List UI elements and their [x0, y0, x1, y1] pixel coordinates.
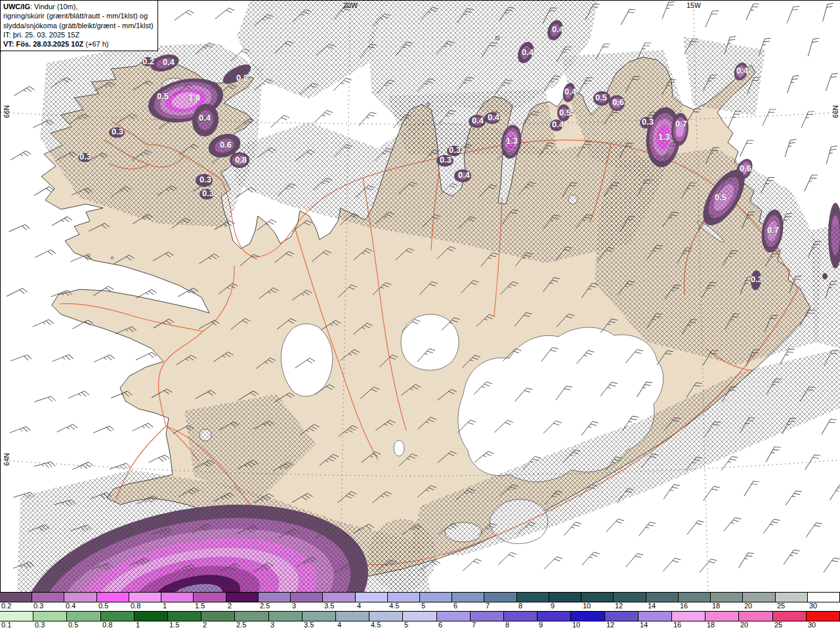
- scale-tick-label: 20: [744, 602, 752, 610]
- scale-cell: [64, 593, 97, 602]
- graticule-label: 15W: [682, 1, 705, 9]
- scale-cell: [679, 593, 711, 602]
- scale-tick-label: 8: [505, 621, 509, 629]
- scale-cell: [484, 593, 517, 602]
- precipitation-max-label: 0.2: [236, 73, 248, 83]
- precipitation-max-label: 0.4: [552, 119, 564, 129]
- graticule-label: 64N: [3, 448, 10, 471]
- precipitation-max-label: 0.6: [612, 97, 624, 107]
- scale-tick-label: 4.5: [371, 621, 381, 629]
- scale-tick-label: 4: [357, 602, 361, 610]
- scale-tick-label: 9: [539, 621, 543, 629]
- precipitation-max-label: 1.3: [658, 132, 670, 142]
- precipitation-max-label: 0.7: [767, 225, 779, 235]
- precipitation-max-label: 0.4: [736, 66, 749, 75]
- scale-cell: [201, 612, 235, 621]
- scale-tick-label: 7: [486, 602, 490, 610]
- scale-cell: [323, 593, 356, 602]
- scale-cell: [571, 612, 605, 621]
- scale-tick-label: 30: [809, 602, 817, 610]
- scale-cell: [614, 593, 646, 602]
- precipitation-max-label: 1.8: [188, 93, 200, 102]
- scale-cell: [471, 612, 504, 621]
- iceland-weather-map-svg: 0.20.40.21.80.40.60.80.30.30.30.30.30.30…: [1, 1, 840, 593]
- scale-cell: [235, 612, 269, 621]
- scale-cell: [291, 593, 323, 602]
- iceland-weather-map: 0.20.40.21.80.40.60.80.30.30.30.30.30.30…: [0, 0, 840, 592]
- scale-cell: [605, 612, 639, 621]
- scale-tick-label: 0.8: [102, 621, 112, 629]
- scale-cell: [743, 593, 776, 602]
- sleet-snow-color-scale: [0, 592, 840, 602]
- scale-tick-label: 6: [453, 602, 457, 610]
- scale-tick-label: 4: [337, 621, 341, 629]
- scale-cell: [135, 612, 168, 621]
- scale-tick-label: 3: [270, 621, 274, 629]
- precipitation-max-label: 0.5: [715, 192, 726, 202]
- scale-cell: [646, 593, 679, 602]
- scale-cell: [168, 612, 201, 621]
- scale-tick-label: 2.5: [260, 602, 270, 610]
- precipitation-max-label: 0.4: [458, 170, 471, 180]
- scale-cell: [537, 612, 571, 621]
- precipitation-max-label: 0.3: [642, 117, 654, 127]
- scale-cell: [194, 593, 226, 602]
- title-line-3: slydda/snjókoma (grátt/bleikt/grænt - mm…: [3, 21, 154, 30]
- scale-tick-label: 3: [292, 602, 296, 610]
- scale-tick-label: 1.5: [195, 602, 205, 610]
- scale-cell: [705, 612, 739, 621]
- scale-cell: [161, 593, 194, 602]
- scale-cell: [356, 593, 388, 602]
- scale-cell: [807, 612, 840, 621]
- precipitation-max-label: 0.2: [142, 56, 154, 66]
- precipitation-max-label: 0.4: [564, 87, 577, 96]
- scale-tick-label: 14: [640, 621, 648, 629]
- scale-tick-label: 1.5: [169, 621, 179, 629]
- scale-cell: [739, 612, 773, 621]
- scale-cell: [581, 593, 614, 602]
- scale-cell: [0, 593, 32, 602]
- scale-tick-label: 20: [740, 621, 748, 629]
- precipitation-max-label: 0.3: [79, 152, 91, 161]
- precipitation-max-label: 0.3: [112, 127, 123, 136]
- precipitation-max-label: 0.3: [751, 274, 763, 284]
- scale-cell: [336, 612, 369, 621]
- scale-tick-label: 2: [228, 602, 232, 610]
- precipitation-max-label: 0.3: [440, 155, 452, 165]
- scale-cell: [97, 593, 129, 602]
- scale-tick-label: 0.5: [68, 621, 78, 629]
- scale-tick-label: 4.5: [389, 602, 399, 610]
- scale-cell: [672, 612, 705, 621]
- scale-tick-label: 1: [136, 621, 140, 629]
- rain-scale-labels: 0.10.30.50.811.522.533.544.5567891012141…: [0, 621, 840, 630]
- scale-cell: [32, 593, 64, 602]
- weather-forecast-page: { "title_box": { "product": "UWC/IG", "l…: [0, 0, 840, 630]
- scale-tick-label: 5: [404, 621, 408, 629]
- scale-tick-label: 30: [808, 621, 816, 629]
- precipitation-max-label: 0.6: [220, 140, 232, 150]
- graticule-label: 66N: [831, 100, 839, 123]
- scale-tick-label: 10: [572, 621, 580, 629]
- precipitation-max-label: 0.6: [740, 163, 751, 173]
- scale-cell: [369, 612, 403, 621]
- precipitation-max-label: 1.3: [506, 136, 518, 146]
- scale-cell: [776, 593, 808, 602]
- scale-tick-label: 0.8: [131, 602, 140, 610]
- init-time: IT: þri. 25. 03. 2025 15Z: [3, 30, 154, 39]
- scale-tick-label: 8: [518, 602, 522, 610]
- scale-cell: [129, 593, 161, 602]
- scale-tick-label: 6: [438, 621, 442, 629]
- precipitation-max-label: 0.5: [595, 93, 607, 102]
- precipitation-max-label: 0.4: [472, 116, 484, 125]
- precipitation-max-label: 0.5: [559, 108, 571, 117]
- rain-color-scale: [0, 611, 840, 621]
- scale-tick-label: 14: [648, 602, 656, 610]
- scale-tick-label: 12: [615, 602, 623, 610]
- precipitation-max-label: 0.4: [163, 57, 175, 67]
- precipitation-max-label: 0.5: [157, 91, 169, 101]
- scale-tick-label: 0.5: [98, 602, 108, 610]
- sleet-snow-scale-labels: 0.20.30.40.50.811.522.533.544.5567891012…: [0, 602, 840, 611]
- precipitation-max-label: 0.3: [200, 175, 211, 184]
- scale-cell: [437, 612, 471, 621]
- scale-tick-label: 3.5: [304, 621, 314, 629]
